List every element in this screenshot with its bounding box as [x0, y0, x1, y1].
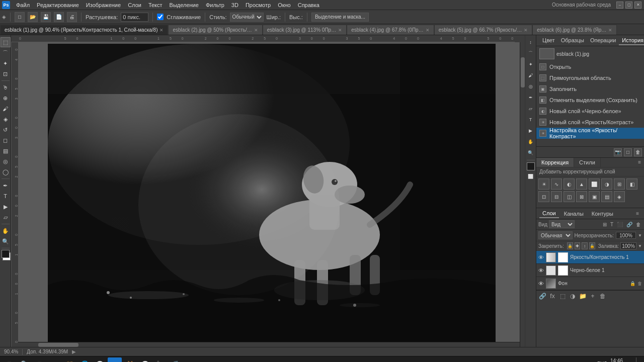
tool-history-brush[interactable]: ↺	[1, 125, 11, 135]
taskbar-chrome[interactable]: 🌐	[77, 357, 92, 363]
history-item-0[interactable]: □ Открыть	[536, 61, 644, 72]
menu-image[interactable]: Изображение	[83, 2, 124, 9]
history-item-5[interactable]: ☀ Новый слой «Яркость/Контраст»	[536, 117, 644, 128]
layer-add-btn[interactable]: T	[609, 222, 614, 227]
corr-btn-posterize[interactable]: ⊠	[576, 191, 587, 202]
correction-panel-menu[interactable]: ≡	[635, 158, 644, 167]
start-btn[interactable]: ⊞	[2, 357, 16, 363]
menu-3d[interactable]: 3D	[228, 2, 242, 9]
tool-crop[interactable]: ⊡	[1, 69, 11, 79]
open-btn[interactable]: 📂	[28, 12, 38, 22]
lock-move-btn[interactable]: ↕	[582, 242, 588, 249]
taskbar-taskview[interactable]: ⊟	[32, 357, 46, 363]
tool-text[interactable]: T	[1, 191, 11, 201]
tab-2[interactable]: esblack (3).jpg @ 113% 0Пр… ✕	[263, 25, 347, 35]
tool-eyedropper[interactable]: 🖰	[1, 82, 11, 93]
right-tool-type[interactable]: T	[526, 115, 536, 125]
tool-lasso[interactable]: ⌒	[1, 48, 11, 58]
view-select[interactable]: Вид	[549, 220, 574, 228]
right-tool-wand[interactable]: ✦	[526, 59, 536, 69]
layer-2-eye[interactable]: 👁	[538, 281, 544, 287]
tool-spot-heal[interactable]: ⊕	[1, 93, 11, 103]
tool-dodge[interactable]: ◯	[1, 167, 11, 177]
layer-copy-btn[interactable]: ⊞	[602, 222, 608, 227]
style-select[interactable]: Обычный	[230, 13, 264, 22]
menu-filter[interactable]: Фильтр	[203, 2, 227, 9]
taskbar-app6[interactable]: 🦊	[123, 357, 137, 363]
tool-magic-wand[interactable]: ✦	[1, 58, 11, 68]
right-fg-color[interactable]	[527, 162, 535, 170]
corr-btn-brightness[interactable]: ☀	[538, 178, 549, 190]
corr-btn-threshold[interactable]: ▣	[589, 191, 600, 202]
fill-arrow[interactable]: ▼	[638, 244, 642, 248]
tab-1-close[interactable]: ✕	[254, 28, 258, 33]
layer-item-0[interactable]: 👁 Яркость/Контрастность 1	[536, 251, 644, 264]
canvas-image[interactable]	[48, 44, 496, 345]
corr-btn-bw[interactable]: ◧	[626, 178, 637, 190]
layer-0-eye[interactable]: 👁	[538, 254, 544, 260]
save-btn[interactable]: 💾	[41, 12, 51, 22]
taskbar-explorer[interactable]: 📁	[62, 357, 76, 363]
layers-panel-menu-btn[interactable]: ≡	[634, 211, 641, 216]
window-restore[interactable]: ◻	[625, 2, 632, 9]
layer-new-btn[interactable]: +	[589, 292, 597, 300]
panel-tab-history[interactable]: История	[619, 36, 644, 45]
show-desktop-btn[interactable]	[636, 357, 638, 363]
tool-gradient[interactable]: ▤	[1, 146, 11, 156]
corr-btn-levels[interactable]: ▲	[576, 178, 587, 190]
horizontal-scroll-thumb[interactable]	[38, 343, 78, 347]
print-btn[interactable]: 🖨	[67, 12, 77, 22]
right-screen-mode[interactable]: ⬜	[526, 171, 536, 182]
layer-link-btn[interactable]: 🔗	[625, 222, 633, 227]
layer-item-1[interactable]: 👁 Черно-белое 1	[536, 264, 644, 277]
tab-5-close[interactable]: ✕	[608, 28, 612, 33]
tool-marquee[interactable]: ⬚	[1, 37, 11, 47]
tab-0-close[interactable]: ✕	[159, 28, 164, 33]
tool-path-select[interactable]: ▶	[1, 202, 11, 212]
taskbar-app7[interactable]: 💬	[138, 357, 152, 363]
menu-view[interactable]: Просмотр	[243, 2, 274, 9]
layer-link-footer-btn[interactable]: 🔗	[538, 292, 546, 300]
corr-btn-selective-color[interactable]: ◈	[614, 191, 625, 202]
tool-hand[interactable]: ✋	[1, 226, 11, 236]
panel-tab-swatches[interactable]: Образцы	[558, 36, 587, 45]
corr-btn-invert[interactable]: ◫	[564, 191, 575, 202]
tool-zoom[interactable]: 🔍	[1, 236, 11, 246]
layer-effects-btn[interactable]: fx	[548, 292, 556, 300]
window-close[interactable]: ✕	[634, 2, 641, 9]
tool-clone[interactable]: ◈	[1, 114, 11, 124]
right-tool-lasso[interactable]: ⌒	[526, 48, 536, 58]
tab-3-close[interactable]: ✕	[426, 28, 430, 33]
tab-4-close[interactable]: ✕	[524, 28, 528, 33]
tab-5[interactable]: esblack (6).jpg @ 23.8% (Яр… ✕	[532, 25, 617, 35]
layers-tab[interactable]: Слои	[539, 209, 559, 218]
tool-brush[interactable]: 🖌	[1, 104, 11, 114]
lock-pos-btn[interactable]: 🔒	[567, 242, 573, 249]
panel-tab-operations[interactable]: Операции	[587, 36, 619, 45]
corr-btn-colorbalance[interactable]: ⊞	[614, 178, 625, 190]
layer-mask-btn[interactable]: ⬚	[558, 292, 567, 300]
taskbar-app9[interactable]: 🎵	[168, 357, 182, 363]
tab-3[interactable]: esblack (4).jpg @ 67.8% (0Пр… ✕	[347, 25, 434, 35]
history-new-snapshot[interactable]: 📷	[614, 148, 622, 156]
layer-item-2[interactable]: 👁 Фон 🔒 🗑	[536, 277, 644, 290]
lock-all-btn[interactable]: 🔓	[589, 242, 595, 249]
layer-adjustment-btn[interactable]: ◑	[569, 292, 577, 300]
opacity-arrow[interactable]: ▼	[638, 233, 642, 238]
layer-1-eye[interactable]: 👁	[538, 267, 544, 274]
save-as-btn[interactable]: 📄	[54, 12, 64, 22]
smoothing-checkbox[interactable]	[157, 14, 164, 20]
status-arrow[interactable]: ▶	[72, 349, 76, 354]
tool-pen[interactable]: ✒	[1, 180, 11, 191]
new-doc-btn[interactable]: □	[15, 12, 25, 22]
corr-btn-hsl[interactable]: ◑	[601, 178, 612, 190]
correction-tab-styles[interactable]: Стили	[574, 158, 601, 167]
right-tool-brush[interactable]: 🖌	[526, 70, 536, 80]
right-tool-zoom2[interactable]: 🔍	[526, 148, 536, 158]
tool-shape[interactable]: ▱	[1, 212, 11, 222]
tool-blur[interactable]: ◎	[1, 156, 11, 166]
tab-4[interactable]: esblack (5).jpg @ 66.7% (Яркость/… ✕	[434, 25, 533, 35]
layer-options-btn[interactable]: ⬛	[616, 222, 624, 227]
correction-tab-adjustment[interactable]: Коррекция	[536, 158, 574, 167]
layer-2-delete-btn[interactable]: 🗑	[637, 281, 642, 286]
